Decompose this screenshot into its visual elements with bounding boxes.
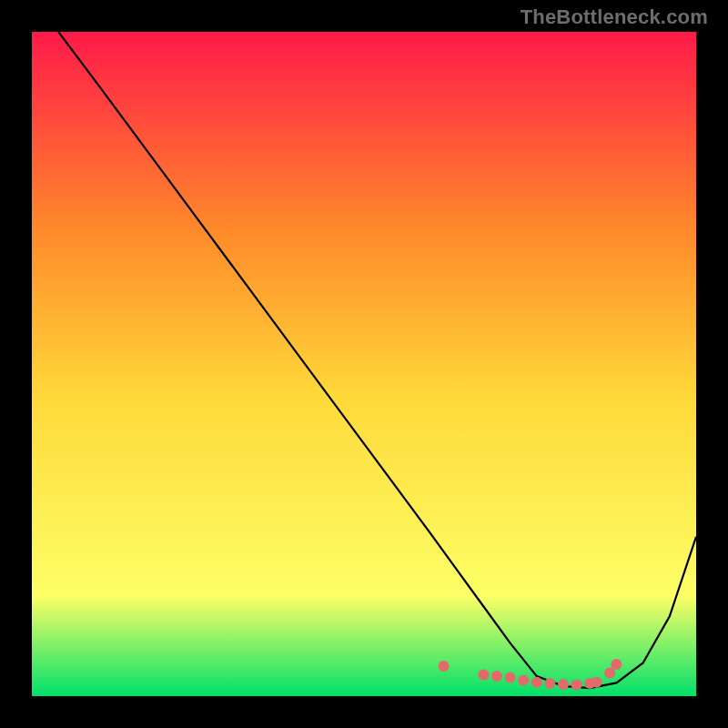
- data-marker: [518, 675, 529, 686]
- data-marker: [558, 679, 569, 690]
- data-marker: [604, 668, 615, 679]
- chart-frame: TheBottleneck.com: [0, 0, 728, 728]
- data-marker: [491, 671, 502, 682]
- data-marker: [505, 672, 516, 683]
- chart-svg: [32, 32, 696, 696]
- data-marker: [611, 659, 622, 670]
- data-marker: [439, 661, 450, 672]
- gradient-background: [32, 32, 696, 696]
- data-marker: [592, 677, 602, 688]
- data-marker: [571, 680, 582, 691]
- data-marker: [531, 677, 542, 688]
- plot-area: [32, 32, 696, 696]
- data-marker: [478, 670, 489, 681]
- data-marker: [544, 678, 555, 689]
- watermark-text: TheBottleneck.com: [521, 5, 708, 29]
